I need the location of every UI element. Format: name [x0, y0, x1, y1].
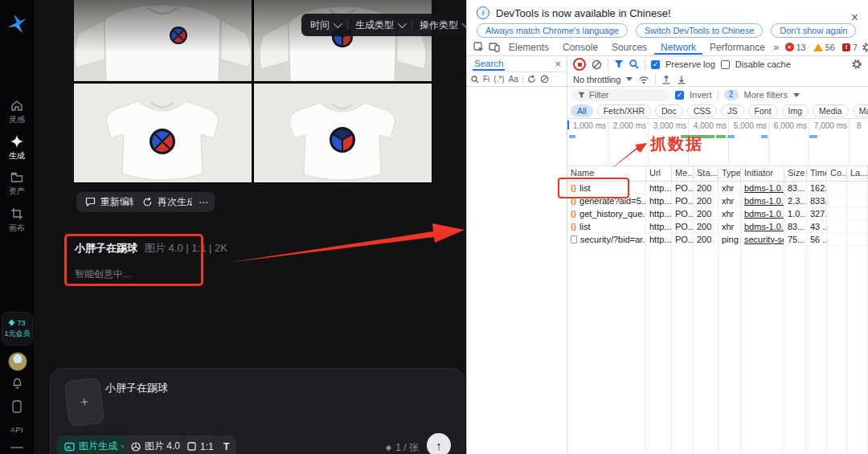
console-errors-badge[interactable]: × 13: [782, 43, 809, 52]
canvas-crop-icon: [10, 207, 23, 220]
chevron-down-icon: [334, 19, 342, 28]
mobile-app-button[interactable]: [0, 400, 34, 413]
filter-gentype-dropdown[interactable]: 生成类型: [355, 18, 404, 32]
console-warnings-badge[interactable]: 56: [810, 43, 838, 52]
match-case-toggle[interactable]: Aa: [509, 75, 518, 84]
devtools-language-banner: i DevTools is now available in Chinese! …: [467, 0, 868, 39]
network-settings-gear-icon[interactable]: [851, 59, 862, 70]
search-query-input[interactable]: Fi: [483, 75, 489, 84]
notifications-button[interactable]: [0, 378, 34, 390]
col-co[interactable]: Co...: [827, 166, 847, 181]
table-row-list-2[interactable]: {}list http... PO... 200 xhr bdms-1.0.0 …: [567, 220, 868, 233]
credit-cost: 1 / 张: [386, 441, 419, 454]
filter-time-dropdown[interactable]: 时间: [310, 18, 340, 32]
record-network-button[interactable]: [573, 58, 586, 71]
initiator-link[interactable]: bdms-1.0.0: [744, 222, 784, 231]
filter-optype-dropdown[interactable]: 操作类型: [420, 18, 466, 32]
invert-checkbox[interactable]: ✓: [675, 91, 684, 100]
funnel-icon: [578, 92, 585, 99]
export-har-icon[interactable]: [677, 75, 686, 84]
inspect-element-button[interactable]: [472, 41, 486, 54]
col-la[interactable]: La...: [847, 166, 868, 181]
throttling-dropdown[interactable]: No throttling: [573, 75, 620, 84]
clear-network-icon[interactable]: [592, 59, 602, 70]
search-network-icon[interactable]: [629, 59, 639, 69]
user-avatar[interactable]: [8, 352, 27, 371]
prompt-text[interactable]: 小胖子在踢球: [105, 381, 168, 395]
error-icon: ×: [785, 43, 794, 51]
chip-font[interactable]: Font: [748, 104, 778, 117]
tab-network[interactable]: Network: [654, 39, 702, 55]
arrow-up-icon: ↑: [436, 439, 442, 452]
import-har-icon[interactable]: [661, 75, 671, 84]
preserve-log-checkbox[interactable]: ✓: [651, 60, 660, 69]
sidebar-item-api[interactable]: API: [0, 426, 34, 434]
sidebar-item-generate[interactable]: 生成: [0, 135, 34, 162]
tab-sources[interactable]: Sources: [605, 39, 653, 55]
col-initiator[interactable]: Initiator: [741, 166, 784, 181]
xhr-icon: {}: [571, 223, 576, 231]
more-filters-dropdown[interactable]: More filters: [744, 90, 788, 100]
col-type[interactable]: Type: [719, 166, 741, 181]
col-time[interactable]: Time: [807, 166, 827, 181]
initiator-link[interactable]: bdms-1.0.0: [744, 196, 784, 206]
col-status[interactable]: Sta...: [694, 166, 719, 181]
generated-image-1[interactable]: [74, 0, 252, 81]
switch-chinese-button[interactable]: Switch DevTools to Chinese: [636, 23, 763, 38]
chip-fetch-xhr[interactable]: Fetch/XHR: [597, 104, 651, 117]
dont-show-again-button[interactable]: Don't show again: [771, 23, 856, 38]
app-logo-icon[interactable]: [6, 13, 28, 39]
table-row-security[interactable]: security/?bid=ar... http... PO... 200 pi…: [567, 233, 868, 246]
ellipsis-icon: ⋯: [199, 197, 208, 208]
initiator-link[interactable]: bdms-1.0.0: [744, 209, 784, 219]
generated-image-4[interactable]: [254, 84, 432, 182]
filter-funnel-icon[interactable]: [614, 59, 624, 69]
filter-input[interactable]: Filter: [571, 89, 669, 101]
add-reference-image-button[interactable]: +: [64, 378, 105, 427]
chip-all[interactable]: All: [571, 104, 593, 117]
disable-cache-checkbox[interactable]: [721, 60, 730, 69]
chip-manifest[interactable]: Manifest: [853, 104, 868, 117]
table-row-get-history[interactable]: {}get_history_que... http... PO... 200 x…: [567, 207, 868, 220]
timeline-selection-handle[interactable]: [567, 121, 569, 129]
chip-css[interactable]: CSS: [687, 104, 718, 117]
tab-elements[interactable]: Elements: [502, 39, 555, 55]
sidebar-item-assets[interactable]: 资产: [0, 172, 34, 197]
banner-close-button[interactable]: ×: [851, 11, 858, 24]
membership-badge[interactable]: 73 1元会员: [2, 312, 33, 346]
tab-console[interactable]: Console: [556, 39, 604, 55]
col-url[interactable]: Url: [646, 166, 672, 181]
network-conditions-icon[interactable]: [638, 75, 649, 84]
settings-gear-icon[interactable]: [862, 42, 868, 53]
chip-js[interactable]: JS: [721, 104, 743, 117]
col-size[interactable]: Size: [784, 166, 807, 181]
text-tool-button[interactable]: T: [216, 436, 236, 454]
network-overview-timeline[interactable]: 1,000 ms 2,000 ms 3,000 ms 4,000 ms 5,00…: [567, 119, 868, 166]
initiator-link[interactable]: bdms-1.0.0: [744, 183, 784, 193]
col-method[interactable]: Me...: [672, 166, 694, 181]
more-actions-button[interactable]: ⋯: [192, 192, 215, 212]
chip-media[interactable]: Media: [813, 104, 849, 117]
folder-icon: [10, 172, 23, 183]
chip-doc[interactable]: Doc: [655, 104, 683, 117]
generated-image-3[interactable]: [74, 84, 252, 182]
device-toolbar-button[interactable]: [487, 41, 502, 54]
more-tabs-button[interactable]: »: [772, 39, 781, 55]
model-selector[interactable]: 图片 4.0: [124, 436, 187, 454]
refresh-icon[interactable]: [527, 75, 536, 84]
tab-performance[interactable]: Performance: [703, 39, 772, 55]
match-language-button[interactable]: Always match Chrome's language: [477, 23, 628, 38]
sidebar-item-canvas[interactable]: 画布: [0, 207, 34, 234]
regex-toggle[interactable]: (.*): [493, 75, 504, 84]
search-tab[interactable]: Search: [473, 57, 505, 71]
clear-icon[interactable]: [540, 75, 549, 84]
generate-submit-button[interactable]: ↑: [427, 433, 451, 454]
generated-image-2[interactable]: [254, 0, 432, 81]
ratio-selector[interactable]: 1:1: [180, 436, 221, 454]
sidebar-item-inspiration[interactable]: 灵感: [0, 100, 34, 125]
issues-badge[interactable]: ! 7: [839, 43, 861, 52]
initiator-link[interactable]: security-se: [744, 235, 784, 244]
search-close-button[interactable]: ×: [555, 58, 561, 70]
sidebar-collapse-handle[interactable]: [10, 447, 23, 448]
chip-img[interactable]: Img: [782, 104, 809, 117]
